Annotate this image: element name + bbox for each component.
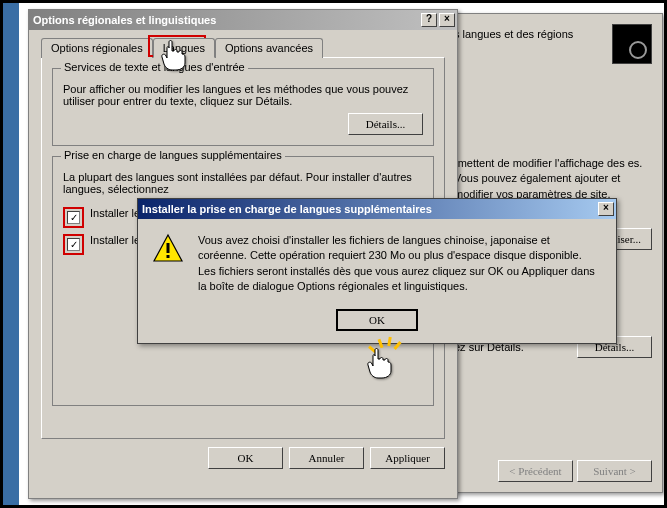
checkbox-east-asian[interactable]: ✓: [67, 238, 80, 251]
checkbox-complex-scripts[interactable]: ✓: [67, 211, 80, 224]
msgbox-ok-button[interactable]: OK: [336, 309, 418, 331]
apply-button[interactable]: Appliquer: [370, 447, 445, 469]
window-title: Options régionales et linguistiques: [33, 14, 419, 26]
cancel-button[interactable]: Annuler: [289, 447, 364, 469]
details-button[interactable]: Détails...: [348, 113, 423, 135]
msgbox-titlebar: Installer la prise en charge de langues …: [138, 199, 616, 219]
close-button[interactable]: ×: [439, 13, 455, 27]
titlebar: Options régionales et linguistiques ? ×: [29, 10, 457, 30]
bg-paragraph-1: rmettent de modifier l'affichage des es.…: [454, 156, 652, 202]
msgbox-text: Vous avez choisi d'installer les fichier…: [198, 233, 600, 295]
tab-languages[interactable]: Langues: [153, 38, 215, 58]
tab-advanced[interactable]: Options avancées: [215, 38, 323, 58]
svg-rect-1: [167, 243, 170, 253]
group1-legend: Services de texte et langues d'entrée: [61, 61, 248, 73]
msgbox-title: Installer la prise en charge de langues …: [142, 203, 596, 215]
tab-regional-options[interactable]: Options régionales: [41, 38, 153, 58]
ok-button[interactable]: OK: [208, 447, 283, 469]
group2-intro: La plupart des langues sont installées p…: [63, 171, 423, 195]
group2-legend: Prise en charge de langues supplémentair…: [61, 149, 285, 161]
warning-icon: [152, 233, 184, 265]
globe-package-icon: [612, 24, 652, 64]
svg-rect-2: [167, 255, 170, 258]
tabstrip: Options régionales Langues Options avanc…: [41, 38, 445, 58]
checkbox-highlight-1: ✓: [63, 207, 84, 228]
install-languages-messagebox: Installer la prise en charge de langues …: [137, 198, 617, 344]
checkbox-highlight-2: ✓: [63, 234, 84, 255]
msgbox-close-button[interactable]: ×: [598, 202, 614, 216]
back-button: < Précédent: [498, 460, 573, 482]
next-button: Suivant >: [577, 460, 652, 482]
help-button[interactable]: ?: [421, 13, 437, 27]
group-text-services: Services de texte et langues d'entrée Po…: [52, 68, 434, 146]
group1-text: Pour afficher ou modifier les langues et…: [63, 83, 423, 107]
